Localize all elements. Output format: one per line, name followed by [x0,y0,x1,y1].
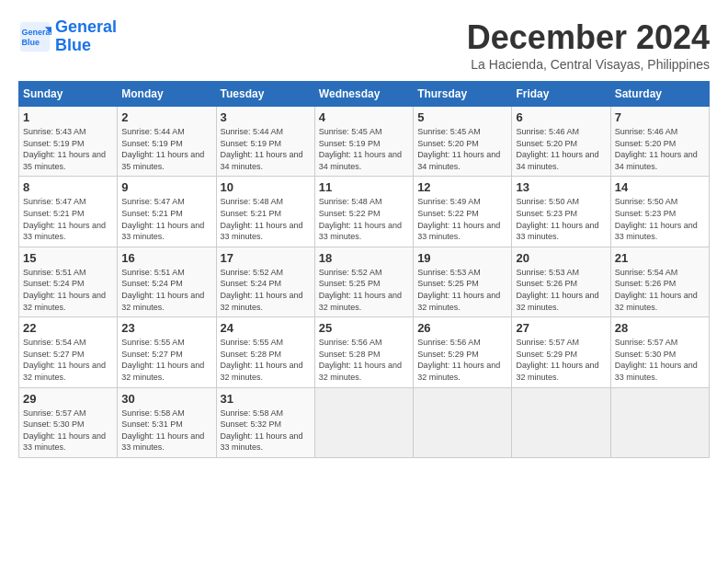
table-row: 11Sunrise: 5:48 AMSunset: 5:22 PMDayligh… [314,177,413,247]
day-info: Sunrise: 5:58 AMSunset: 5:32 PMDaylight:… [221,408,311,454]
calendar-subtitle: La Hacienda, Central Visayas, Philippine… [467,57,710,72]
day-number: 4 [319,110,409,124]
table-row: 16Sunrise: 5:51 AMSunset: 5:24 PMDayligh… [118,247,216,316]
table-row: 31Sunrise: 5:58 AMSunset: 5:32 PMDayligh… [216,387,314,457]
calendar-week-row: 22Sunrise: 5:54 AMSunset: 5:27 PMDayligh… [19,317,710,387]
table-row: 29Sunrise: 5:57 AMSunset: 5:30 PMDayligh… [19,387,118,457]
table-row: 22Sunrise: 5:54 AMSunset: 5:27 PMDayligh… [19,317,118,387]
logo-text-line1: General [55,18,117,37]
day-number: 12 [417,180,507,194]
table-row: 17Sunrise: 5:52 AMSunset: 5:24 PMDayligh… [216,247,314,316]
header-monday: Monday [118,82,216,107]
day-number: 9 [121,180,211,194]
day-number: 22 [23,321,113,335]
calendar-week-row: 15Sunrise: 5:51 AMSunset: 5:24 PMDayligh… [19,247,710,316]
table-row: 19Sunrise: 5:53 AMSunset: 5:25 PMDayligh… [414,247,512,316]
day-number: 20 [516,251,606,265]
header-sunday: Sunday [19,82,118,107]
day-info: Sunrise: 5:43 AMSunset: 5:19 PMDaylight:… [23,126,113,172]
day-info: Sunrise: 5:46 AMSunset: 5:20 PMDaylight:… [516,126,606,172]
table-row [512,387,610,457]
svg-text:General: General [22,28,51,37]
calendar-table: Sunday Monday Tuesday Wednesday Thursday… [18,81,710,458]
day-info: Sunrise: 5:54 AMSunset: 5:27 PMDaylight:… [23,337,113,383]
day-info: Sunrise: 5:51 AMSunset: 5:24 PMDaylight:… [121,267,211,313]
table-row: 14Sunrise: 5:50 AMSunset: 5:23 PMDayligh… [610,177,709,247]
calendar-week-row: 29Sunrise: 5:57 AMSunset: 5:30 PMDayligh… [19,387,710,457]
day-number: 13 [516,180,606,194]
day-number: 29 [23,392,113,406]
day-info: Sunrise: 5:45 AMSunset: 5:19 PMDaylight:… [319,126,409,172]
header-thursday: Thursday [414,82,512,107]
day-info: Sunrise: 5:50 AMSunset: 5:23 PMDaylight:… [615,196,705,242]
table-row: 20Sunrise: 5:53 AMSunset: 5:26 PMDayligh… [512,247,610,316]
table-row: 2Sunrise: 5:44 AMSunset: 5:19 PMDaylight… [118,107,216,177]
table-row: 5Sunrise: 5:45 AMSunset: 5:20 PMDaylight… [414,107,512,177]
day-number: 19 [417,251,507,265]
table-row: 3Sunrise: 5:44 AMSunset: 5:19 PMDaylight… [216,107,314,177]
day-number: 10 [221,180,311,194]
day-info: Sunrise: 5:50 AMSunset: 5:23 PMDaylight:… [516,196,606,242]
day-info: Sunrise: 5:47 AMSunset: 5:21 PMDaylight:… [23,196,113,242]
day-number: 16 [121,251,211,265]
day-info: Sunrise: 5:44 AMSunset: 5:19 PMDaylight:… [121,126,211,172]
day-number: 30 [121,392,211,406]
table-row: 4Sunrise: 5:45 AMSunset: 5:19 PMDaylight… [314,107,413,177]
table-row: 30Sunrise: 5:58 AMSunset: 5:31 PMDayligh… [118,387,216,457]
day-number: 18 [319,251,409,265]
day-number: 6 [516,110,606,124]
table-row [414,387,512,457]
day-info: Sunrise: 5:53 AMSunset: 5:25 PMDaylight:… [417,267,507,313]
header: General Blue General Blue December 2024 … [18,18,710,72]
day-number: 15 [23,251,113,265]
table-row: 15Sunrise: 5:51 AMSunset: 5:24 PMDayligh… [19,247,118,316]
table-row: 25Sunrise: 5:56 AMSunset: 5:28 PMDayligh… [314,317,413,387]
table-row [610,387,709,457]
logo: General Blue General Blue [18,18,117,55]
day-info: Sunrise: 5:48 AMSunset: 5:22 PMDaylight:… [319,196,409,242]
day-info: Sunrise: 5:57 AMSunset: 5:29 PMDaylight:… [516,337,606,383]
header-wednesday: Wednesday [314,82,413,107]
header-saturday: Saturday [610,82,709,107]
table-row: 7Sunrise: 5:46 AMSunset: 5:20 PMDaylight… [610,107,709,177]
table-row: 6Sunrise: 5:46 AMSunset: 5:20 PMDaylight… [512,107,610,177]
day-info: Sunrise: 5:51 AMSunset: 5:24 PMDaylight:… [23,267,113,313]
day-number: 17 [221,251,311,265]
days-header-row: Sunday Monday Tuesday Wednesday Thursday… [19,82,710,107]
svg-text:Blue: Blue [22,38,40,47]
table-row: 8Sunrise: 5:47 AMSunset: 5:21 PMDaylight… [19,177,118,247]
day-number: 21 [615,251,705,265]
table-row: 9Sunrise: 5:47 AMSunset: 5:21 PMDaylight… [118,177,216,247]
day-info: Sunrise: 5:44 AMSunset: 5:19 PMDaylight:… [221,126,311,172]
calendar-week-row: 8Sunrise: 5:47 AMSunset: 5:21 PMDaylight… [19,177,710,247]
table-row: 10Sunrise: 5:48 AMSunset: 5:21 PMDayligh… [216,177,314,247]
table-row: 27Sunrise: 5:57 AMSunset: 5:29 PMDayligh… [512,317,610,387]
day-number: 24 [221,321,311,335]
table-row: 24Sunrise: 5:55 AMSunset: 5:28 PMDayligh… [216,317,314,387]
table-row: 26Sunrise: 5:56 AMSunset: 5:29 PMDayligh… [414,317,512,387]
table-row [314,387,413,457]
day-info: Sunrise: 5:56 AMSunset: 5:28 PMDaylight:… [319,337,409,383]
day-number: 25 [319,321,409,335]
day-info: Sunrise: 5:58 AMSunset: 5:31 PMDaylight:… [121,408,211,454]
day-number: 1 [23,110,113,124]
calendar-week-row: 1Sunrise: 5:43 AMSunset: 5:19 PMDaylight… [19,107,710,177]
day-info: Sunrise: 5:45 AMSunset: 5:20 PMDaylight:… [417,126,507,172]
calendar-title: December 2024 [467,18,710,57]
day-number: 27 [516,321,606,335]
day-info: Sunrise: 5:46 AMSunset: 5:20 PMDaylight:… [615,126,705,172]
day-number: 3 [221,110,311,124]
day-number: 31 [221,392,311,406]
day-info: Sunrise: 5:57 AMSunset: 5:30 PMDaylight:… [23,408,113,454]
day-info: Sunrise: 5:47 AMSunset: 5:21 PMDaylight:… [121,196,211,242]
day-info: Sunrise: 5:54 AMSunset: 5:26 PMDaylight:… [615,267,705,313]
day-info: Sunrise: 5:56 AMSunset: 5:29 PMDaylight:… [417,337,507,383]
day-number: 7 [615,110,705,124]
logo-text-line2: Blue [55,37,117,55]
day-number: 28 [615,321,705,335]
generalblue-logo-icon: General Blue [18,20,51,53]
day-info: Sunrise: 5:52 AMSunset: 5:24 PMDaylight:… [221,267,311,313]
day-info: Sunrise: 5:55 AMSunset: 5:27 PMDaylight:… [121,337,211,383]
title-section: December 2024 La Hacienda, Central Visay… [467,18,710,72]
day-number: 2 [121,110,211,124]
